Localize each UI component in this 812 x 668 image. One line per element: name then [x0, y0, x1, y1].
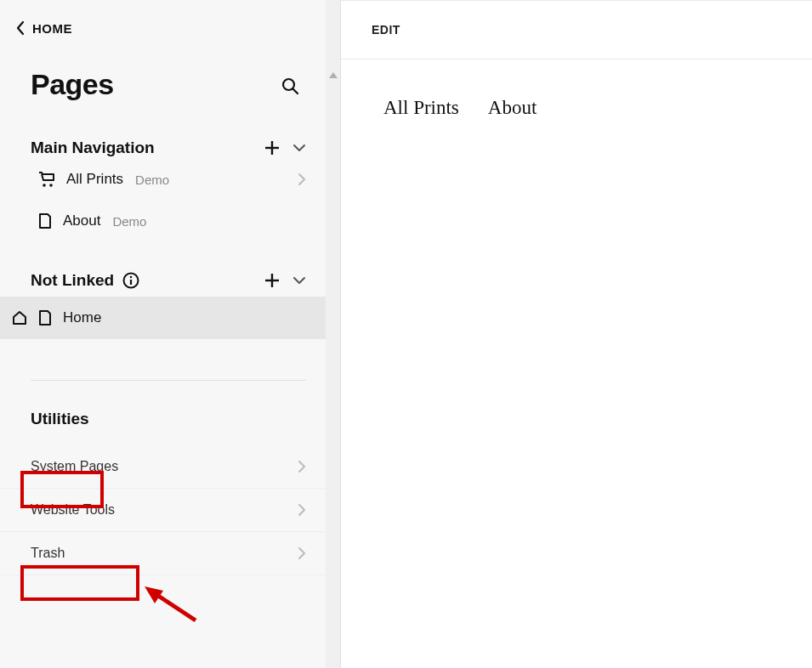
- chevron-down-icon[interactable]: [292, 143, 306, 153]
- section-label: Utilities: [31, 410, 89, 428]
- back-label: HOME: [32, 21, 72, 36]
- nav-item-label: Home: [63, 309, 101, 326]
- demo-badge: Demo: [112, 214, 146, 229]
- nav-item-home[interactable]: Home: [0, 297, 327, 339]
- preview-nav-all-prints[interactable]: All Prints: [383, 97, 459, 119]
- section-label: Main Navigation: [31, 139, 155, 157]
- section-not-linked: Not Linked: [0, 242, 327, 292]
- chevron-right-icon: [298, 546, 306, 560]
- svg-point-4: [43, 184, 46, 187]
- nav-item-label: All Prints: [66, 171, 123, 188]
- home-icon: [12, 310, 27, 326]
- chevron-right-icon: [298, 460, 306, 473]
- utility-system-pages[interactable]: System Pages: [0, 445, 327, 488]
- search-icon[interactable]: [281, 51, 299, 95]
- utility-website-tools[interactable]: Website Tools: [0, 488, 327, 531]
- topbar: EDIT: [341, 0, 812, 59]
- cart-icon: [37, 171, 56, 188]
- chevron-right-icon: [298, 503, 306, 517]
- demo-badge: Demo: [135, 173, 169, 187]
- scroll-up-icon[interactable]: [329, 72, 338, 78]
- sidebar: HOME Pages Main Navigation: [0, 0, 341, 668]
- svg-point-7: [130, 276, 133, 279]
- chevron-right-icon: [298, 173, 306, 186]
- scrollbar[interactable]: [326, 0, 340, 668]
- svg-point-5: [49, 184, 53, 187]
- nav-item-about[interactable]: About Demo: [0, 200, 327, 242]
- nav-item-all-prints[interactable]: All Prints Demo: [0, 159, 327, 200]
- plus-icon[interactable]: [264, 139, 281, 156]
- preview-nav-about[interactable]: About: [488, 97, 537, 119]
- section-utilities: Utilities: [0, 381, 327, 445]
- utility-label: Website Tools: [31, 502, 115, 518]
- svg-line-1: [293, 88, 298, 93]
- info-icon[interactable]: [122, 272, 139, 289]
- main-preview: EDIT All Prints About: [341, 0, 812, 668]
- utility-trash[interactable]: Trash: [0, 531, 327, 575]
- back-home-link[interactable]: HOME: [0, 0, 327, 36]
- plus-icon[interactable]: [264, 272, 281, 289]
- page-icon: [37, 212, 53, 230]
- page-title: Pages: [0, 36, 114, 110]
- preview-nav: All Prints About: [341, 59, 812, 119]
- utility-label: System Pages: [31, 459, 118, 474]
- page-icon: [37, 309, 53, 327]
- edit-button[interactable]: EDIT: [372, 23, 400, 37]
- section-main-navigation: Main Navigation: [0, 110, 327, 159]
- nav-item-label: About: [63, 212, 100, 229]
- section-label: Not Linked: [31, 271, 114, 290]
- chevron-left-icon: [15, 20, 26, 36]
- chevron-down-icon[interactable]: [292, 275, 306, 286]
- utility-label: Trash: [31, 546, 65, 561]
